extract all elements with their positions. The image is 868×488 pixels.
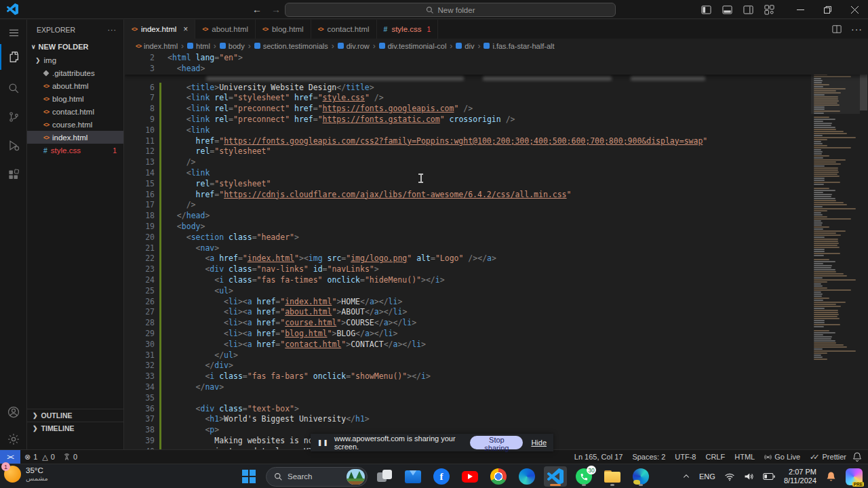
battery-icon[interactable] [763,472,775,481]
language-indicator[interactable]: ENG [699,472,715,481]
taskbar-search[interactable]: Search [266,467,368,487]
obscured-code-line [125,75,868,83]
prettier-indicator[interactable]: ✓✓ Prettier [806,453,850,462]
breadcrumb: <>index.html›html›body›section.testimoni… [125,39,868,53]
minimize-button[interactable] [787,0,814,19]
tree-item-about.html[interactable]: <>about.html [27,79,123,92]
git-gutter [159,222,161,232]
minimap-line [814,137,856,138]
extensions-icon[interactable] [0,162,27,188]
hide-notification-link[interactable]: Hide [531,439,547,447]
restore-button[interactable] [814,0,841,19]
whatsapp-app-icon[interactable]: 30 [572,466,595,487]
clock[interactable]: 2:07 PM 8/11/2024 [784,468,816,485]
folder-root[interactable]: ∨ NEW FOLDER [27,40,123,54]
tab-blog.html[interactable]: <>blog.html [256,20,311,39]
pause-icon[interactable]: ❚❚ [317,439,329,446]
git-gutter [159,393,161,404]
breadcrumb-item[interactable]: div.row [338,42,370,50]
notification-bell-icon[interactable] [825,471,837,483]
code-text: /> [167,157,196,168]
cursor-position[interactable]: Ln 165, Col 17 [570,453,627,461]
copilot-preview-icon[interactable]: PRE [846,468,863,485]
minimap-line [814,245,837,246]
edge-app-icon[interactable] [515,466,538,487]
source-control-icon[interactable] [0,104,27,129]
minimap[interactable] [814,56,859,449]
editor-more-actions-icon[interactable]: ··· [851,24,863,35]
mail-app-icon[interactable] [401,466,425,487]
volume-icon[interactable] [744,472,754,481]
split-editor-icon[interactable] [832,24,842,34]
chrome-app-icon[interactable] [487,466,510,487]
breadcrumb-item[interactable]: div.testimonial-col [379,42,447,50]
start-button[interactable] [237,466,260,487]
close-window-button[interactable] [841,0,868,19]
tab-style.css[interactable]: #style.css1 [377,20,439,39]
tree-item-img[interactable]: ❯img [27,54,123,66]
tree-item-blog.html[interactable]: <>blog.html [27,92,123,105]
explorer-title: EXPLORER [37,26,75,34]
code-editor[interactable]: 2<html lang="en">3 <head> 6 <title>Unive… [125,53,868,449]
minimap-line [814,149,821,150]
tree-item-course.html[interactable]: <>course.html [27,118,123,131]
tree-item-.gitattributes[interactable]: .gitattributes [27,66,123,79]
tray-chevron-up-icon[interactable] [682,472,690,481]
tab-index.html[interactable]: <>index.html× [125,20,195,39]
account-icon[interactable] [0,399,27,425]
tab-contact.html[interactable]: <>contact.html [311,20,377,39]
breadcrumb-item[interactable]: <>index.html [136,42,178,50]
tree-item-contact.html[interactable]: <>contact.html [27,105,123,118]
breadcrumb-item[interactable]: div [456,42,474,50]
search-view-icon[interactable] [0,75,27,101]
forward-arrow-icon[interactable]: → [271,4,281,15]
settings-gear-icon[interactable] [0,426,27,452]
minimap-line [814,287,827,289]
wifi-icon[interactable] [724,472,735,481]
breadcrumb-item[interactable]: section.testimonials [254,42,328,50]
language-mode[interactable]: HTML [730,453,759,461]
facebook-app-icon[interactable]: f [430,466,453,487]
explorer-actions-icon[interactable]: ··· [108,26,117,34]
breadcrumb-item[interactable]: html [187,42,210,50]
run-debug-icon[interactable] [0,132,27,158]
task-view-button[interactable] [373,466,396,487]
code-text: </nav> [167,382,224,393]
search-highlight-image[interactable] [347,469,365,485]
temperature: 35°C [26,466,48,474]
vscode-icon [547,468,564,485]
back-arrow-icon[interactable]: ← [252,4,262,15]
sidebar-section-outline[interactable]: ❯OUTLINE [27,409,123,422]
file-explorer-app-icon[interactable] [601,466,624,487]
tree-item-index.html[interactable]: <>index.html [27,131,123,144]
toggle-panel-icon[interactable] [722,5,732,15]
go-live-button[interactable]: Go Live [760,453,804,461]
eol-sequence[interactable]: CRLF [701,453,729,461]
youtube-app-icon[interactable] [458,466,481,487]
problems-indicator[interactable]: ⊗1 △0 [20,453,59,462]
code-text: <i class="fas fa-bars" onclick="showMenu… [167,371,431,382]
breadcrumb-item[interactable]: i.fas.fa-star-half-alt [484,42,554,50]
breadcrumb-item[interactable]: body [220,42,245,50]
toggle-sidebar-icon[interactable] [701,5,711,15]
tree-item-style.css[interactable]: #style.css1 [27,144,123,157]
remote-indicator[interactable]: >< [0,450,20,464]
menu-icon[interactable] [0,20,27,45]
customize-layout-icon[interactable] [764,5,774,15]
explorer-icon[interactable] [0,44,27,70]
weather-widget[interactable]: 1 35°C مشمس [4,466,48,483]
line-number: 6 [125,83,155,94]
tab-about.html[interactable]: <>about.html [195,20,256,39]
vscode-app-icon[interactable] [544,466,567,487]
notifications-bell-icon[interactable] [852,451,863,462]
command-center-search[interactable]: New folder [285,3,616,17]
title-bar: ← → New folder [0,0,868,19]
close-tab-icon[interactable]: × [183,24,188,34]
sidebar-section-timeline[interactable]: ❯TIMELINE [27,422,123,434]
edge-beta-app-icon[interactable] [629,466,652,487]
indentation[interactable]: Spaces: 2 [628,453,669,461]
stop-sharing-button[interactable]: Stop sharing [470,436,523,449]
ports-indicator[interactable]: 0 [59,453,81,461]
encoding[interactable]: UTF-8 [671,453,700,461]
toggle-secondary-sidebar-icon[interactable] [743,5,753,15]
